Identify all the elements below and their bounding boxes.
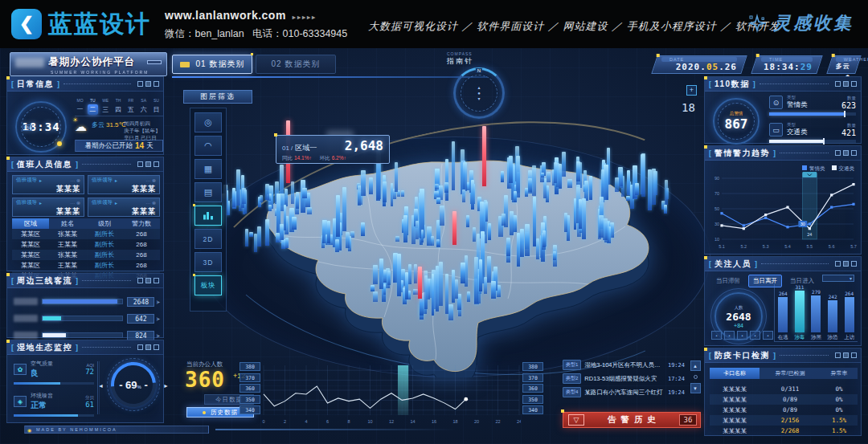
more-icon[interactable]: ··· ⊗ [70, 177, 80, 183]
window-icon[interactable] [843, 261, 849, 267]
alarm-row[interactable]: 类型1湿地3-104片区有不明人员闯入19:24 [563, 359, 685, 371]
duty-card[interactable]: 值班领导▸··· ⊗某某某 [12, 175, 84, 194]
window-icon[interactable] [843, 150, 849, 156]
minimize-icon[interactable] [835, 352, 841, 358]
weekday-cell[interactable]: TU二 [88, 98, 98, 115]
weekday-cell[interactable]: MO一 [75, 98, 85, 115]
column-header[interactable]: 异常率 [821, 368, 858, 379]
column-header[interactable]: 区域 [12, 218, 49, 229]
camera-icon[interactable]: ◎ [194, 112, 222, 132]
layer-button-板块[interactable]: 板块 [194, 275, 222, 295]
minimize-icon[interactable] [137, 161, 143, 167]
expand-icon[interactable] [851, 81, 857, 87]
window-icon[interactable] [843, 352, 849, 358]
column-header[interactable]: 姓名 [49, 218, 86, 229]
zoom-in-button[interactable]: + [686, 85, 697, 96]
column-header[interactable]: 级别 [86, 218, 123, 229]
focus-mini-icon[interactable]: • [724, 331, 735, 340]
window-icon[interactable] [145, 81, 151, 87]
minimize-icon[interactable] [137, 344, 143, 350]
data-bar [265, 184, 269, 200]
bar-fill[interactable] [811, 295, 821, 332]
arrow-right-icon[interactable]: ► [163, 383, 169, 389]
website-link[interactable]: www.lanlanwork.com▸▸▸▸▸ [165, 9, 347, 22]
focus-mini-icon[interactable]: • [750, 331, 760, 340]
weekday-cell[interactable]: TH四 [113, 98, 123, 115]
alarm-history-banner[interactable]: ▽ 告警历史 36 [563, 412, 701, 428]
videowall-icon[interactable]: ▦ [194, 159, 222, 179]
expand-icon[interactable] [154, 344, 159, 350]
minimize-icon[interactable] [137, 81, 143, 87]
expand-icon[interactable] [154, 278, 159, 283]
table-row[interactable]: 某某区张某某副所长268 [12, 250, 160, 260]
window-icon[interactable] [145, 344, 151, 350]
focus-tab[interactable]: 当日滞留 [711, 275, 745, 287]
svg-text:12: 12 [389, 419, 394, 424]
scroll-down-icon[interactable]: ▼ [690, 383, 701, 393]
focus-mini-icon[interactable]: • [737, 331, 747, 340]
window-icon[interactable] [843, 81, 849, 87]
column-header[interactable]: 卡口名称 [710, 368, 760, 379]
lanlan-logo-icon[interactable]: ❮ [11, 9, 42, 39]
checkpoint-row[interactable]: 某某某某0/890% [710, 405, 858, 415]
window-icon[interactable] [145, 278, 151, 283]
bar-fill[interactable] [778, 297, 788, 332]
logo-text[interactable]: 蓝蓝设计 [48, 8, 151, 41]
scroll-up-icon[interactable]: ▲ [690, 360, 701, 371]
minimize-icon[interactable] [835, 81, 841, 87]
expand-icon[interactable] [851, 150, 857, 156]
minimize-icon[interactable] [835, 261, 841, 267]
more-icon[interactable]: ··· ⊗ [145, 200, 156, 206]
weekday-cell[interactable]: FR五 [125, 98, 136, 115]
focus-mini-icon[interactable]: • [711, 331, 722, 340]
more-icon[interactable]: ··· ⊗ [145, 177, 156, 183]
checkpoint-row[interactable]: 某某某某0/890% [710, 394, 858, 405]
bar-fill[interactable] [795, 291, 805, 332]
duty-card[interactable]: 值班领导▸··· ⊗某某某 [88, 198, 160, 217]
table-row[interactable]: 某某区张某某副所长268 [12, 229, 160, 239]
layer-button-3D[interactable]: 3D [194, 252, 222, 272]
focus-mini-icon[interactable]: • [763, 331, 773, 340]
bar-fill[interactable] [828, 300, 837, 332]
minimize-icon[interactable] [835, 150, 841, 156]
weekday-cell[interactable]: WE三 [100, 98, 111, 115]
table-cell: 副所长 [86, 229, 123, 239]
window-icon[interactable] [145, 161, 151, 167]
table-row[interactable]: 某某区王某某副所长268 [12, 260, 160, 271]
y-tick: 360 [522, 384, 543, 393]
checkpoint-row[interactable]: 某某某某0/3110% [710, 384, 858, 394]
tab-data-category-2[interactable]: 02 数据类别 [256, 55, 336, 74]
alert-data-bar [418, 267, 422, 299]
duty-card[interactable]: 值班领导▸··· ⊗某某某 [12, 198, 84, 217]
expand-icon[interactable] [154, 161, 159, 167]
minimize-icon[interactable] [137, 278, 143, 283]
bar-label: 上访 [844, 334, 854, 341]
arrow-left-icon[interactable]: ◄ [98, 383, 104, 389]
filter-dropdown[interactable]: ▾ [822, 275, 854, 282]
layer-button-2D[interactable]: 2D [194, 229, 222, 249]
expand-icon[interactable] [154, 81, 159, 87]
expand-icon[interactable] [851, 352, 857, 358]
alarm-row[interactable]: 类型4某路口有小汽车连闯三个红灯19:24 [563, 386, 685, 398]
column-header[interactable]: 异常/已检测 [760, 368, 821, 379]
signal-icon[interactable]: ◠ [194, 136, 222, 156]
tab-data-category-1[interactable]: 01 数据类别 [172, 55, 252, 74]
duty-card[interactable]: 值班领导▸··· ⊗某某某 [88, 175, 160, 194]
building-icon[interactable]: ▤ [194, 182, 222, 202]
trend-line-chart[interactable]: 90705030105.15.25.35.45.55.65.73024 [709, 172, 858, 251]
column-header[interactable]: 警力数 [123, 218, 160, 229]
weekday-cell[interactable]: SU日 [151, 98, 162, 115]
checkpoint-row[interactable]: 某某某某2/2681.5% [710, 426, 858, 436]
alarm-row[interactable]: 类型2RD13-53烟感报警疑似火灾17:24 [563, 373, 685, 385]
table-row[interactable]: 某某区王某某副所长268 [12, 239, 160, 250]
weekday-cell[interactable]: SA六 [138, 98, 149, 115]
barchart-icon[interactable] [194, 206, 222, 226]
office-line-chart[interactable]: 024681012141618202224 [262, 362, 521, 426]
inspiration-collect[interactable]: 灵感收集 [747, 11, 854, 35]
focus-bar-chart[interactable]: 264在逃311涉毒279涉黑242涉恐264上访 [774, 284, 858, 342]
checkpoint-row[interactable]: 某某某某2/1561.5% [710, 415, 858, 426]
expand-icon[interactable] [851, 261, 857, 267]
compass-dial[interactable]: N ▴●▾ [453, 67, 505, 119]
more-icon[interactable]: ··· ⊗ [70, 200, 80, 206]
bar-fill[interactable] [845, 297, 854, 332]
